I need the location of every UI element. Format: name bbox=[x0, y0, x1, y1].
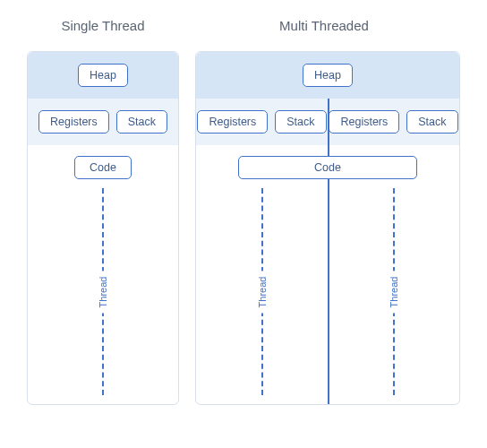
heap-band-single: Heap bbox=[28, 52, 178, 99]
registers-box: Registers bbox=[197, 110, 268, 134]
thread-label: Thread bbox=[387, 271, 401, 313]
thread-column-right: Thread bbox=[328, 179, 459, 404]
registers-box: Registers bbox=[38, 110, 109, 134]
thread-label: Thread bbox=[96, 271, 110, 313]
registers-band-multi: Registers Stack Registers Stack bbox=[196, 99, 459, 145]
code-box-single: Code bbox=[74, 156, 132, 179]
body-area-single: Code Thread bbox=[28, 145, 178, 404]
registers-stack-group-left: Registers Stack bbox=[196, 99, 328, 145]
heap-box: Heap bbox=[78, 64, 128, 87]
stack-box: Stack bbox=[406, 110, 457, 134]
registers-stack-group-right: Registers Stack bbox=[328, 99, 459, 145]
vertical-divider bbox=[328, 99, 329, 145]
titles-row: Single Thread Multi Threaded bbox=[27, 18, 460, 33]
title-multi-threaded: Multi Threaded bbox=[179, 18, 460, 33]
title-single-thread: Single Thread bbox=[27, 18, 179, 33]
threads-row-single: Thread bbox=[28, 179, 178, 404]
stack-box: Stack bbox=[116, 110, 167, 134]
registers-stack-group: Registers Stack bbox=[38, 110, 167, 134]
thread-label: Thread bbox=[255, 271, 269, 313]
heap-box: Heap bbox=[303, 64, 353, 87]
panels-row: Heap Registers Stack Code Thread Heap bbox=[27, 51, 460, 405]
panel-single-thread: Heap Registers Stack Code Thread bbox=[27, 51, 179, 405]
stack-box: Stack bbox=[275, 110, 326, 134]
thread-column: Thread bbox=[28, 179, 178, 404]
thread-column-left: Thread bbox=[196, 179, 328, 404]
vertical-divider bbox=[328, 145, 329, 404]
body-area-multi: Code Thread Thread bbox=[196, 145, 459, 404]
panel-multi-threaded: Heap Registers Stack Registers Stack bbox=[195, 51, 460, 405]
code-box-multi: Code bbox=[238, 156, 417, 179]
registers-band-single: Registers Stack bbox=[28, 99, 178, 145]
registers-box: Registers bbox=[329, 110, 399, 134]
heap-band-multi: Heap bbox=[196, 52, 459, 99]
